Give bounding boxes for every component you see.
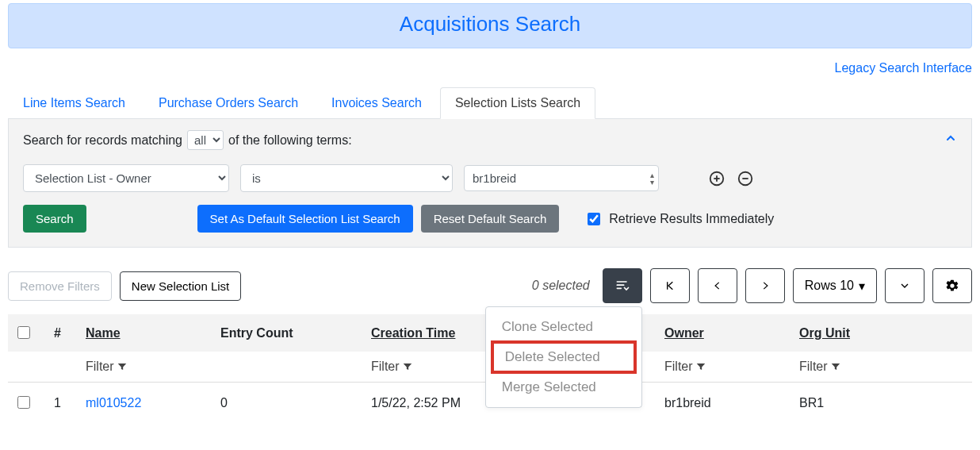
filter-label: Filter (799, 360, 828, 374)
select-all-checkbox[interactable] (17, 326, 30, 339)
search-operator-select[interactable]: is (240, 164, 453, 192)
selected-count: 0 selected (532, 279, 590, 293)
tab-selection-lists[interactable]: Selection Lists Search (440, 87, 595, 119)
filter-org-unit[interactable]: Filter (793, 360, 936, 374)
search-panel: Search for records matching all of the f… (8, 119, 972, 248)
filter-owner[interactable]: Filter (658, 360, 793, 374)
filter-label: Filter (664, 360, 693, 374)
col-name[interactable]: Name (79, 326, 214, 340)
filter-icon (695, 361, 706, 372)
remove-term-button[interactable] (737, 170, 754, 187)
next-page-button[interactable] (745, 268, 785, 303)
new-selection-list-button[interactable]: New Selection List (120, 271, 241, 301)
first-page-button[interactable] (650, 268, 690, 303)
grid-toolbar: Remove Filters New Selection List 0 sele… (8, 268, 972, 303)
col-org-unit[interactable]: Org Unit (793, 326, 936, 340)
row-checkbox[interactable] (17, 396, 30, 409)
tabs: Line Items Search Purchase Orders Search… (8, 87, 972, 119)
tab-invoices[interactable]: Invoices Search (316, 87, 437, 119)
add-term-button[interactable] (708, 170, 725, 187)
legacy-search-link[interactable]: Legacy Search Interface (835, 61, 972, 75)
page-title: Acquisitions Search (9, 12, 971, 37)
search-suffix: of the following terms: (228, 133, 352, 148)
row-org-unit: BR1 (793, 396, 936, 410)
filter-label: Filter (86, 360, 114, 374)
settings-button[interactable] (932, 268, 972, 303)
menu-clone-selected[interactable]: Clone Selected (486, 312, 641, 342)
filter-icon (402, 361, 413, 372)
col-owner[interactable]: Owner (658, 326, 793, 340)
retrieve-immediately-checkbox[interactable] (588, 213, 600, 225)
row-name-link[interactable]: ml010522 (86, 396, 141, 410)
search-prefix: Search for records matching (23, 133, 182, 148)
remove-filters-button[interactable]: Remove Filters (8, 271, 112, 301)
row-owner: br1breid (658, 396, 793, 410)
collapse-panel-icon[interactable] (944, 132, 957, 148)
search-button[interactable]: Search (23, 205, 86, 233)
menu-merge-selected[interactable]: Merge Selected (486, 372, 641, 402)
set-default-button[interactable]: Set As Default Selection List Search (197, 205, 413, 233)
menu-delete-selected[interactable]: Delete Selected (491, 340, 637, 374)
filter-icon (830, 361, 841, 372)
actions-menu-wrap: Clone Selected Delete Selected Merge Sel… (603, 268, 642, 303)
tab-purchase-orders[interactable]: Purchase Orders Search (144, 87, 313, 119)
row-entry-count: 0 (214, 396, 365, 410)
match-mode-select[interactable]: all (187, 130, 224, 150)
tab-line-items[interactable]: Line Items Search (8, 87, 140, 119)
filter-icon (117, 361, 128, 372)
caret-down-icon: ▾ (859, 279, 865, 294)
actions-menu-button[interactable] (603, 268, 642, 303)
page-header: Acquisitions Search (8, 3, 972, 48)
col-num: # (48, 326, 79, 340)
row-num: 1 (48, 396, 79, 410)
rows-per-page-button[interactable]: Rows 10 ▾ (793, 268, 877, 303)
rows-label: Rows 10 (805, 279, 854, 293)
filter-label: Filter (371, 360, 400, 374)
value-spinner[interactable]: ▴ ▾ (650, 165, 654, 191)
col-entry-count[interactable]: Entry Count (214, 326, 365, 340)
filter-name[interactable]: Filter (79, 360, 214, 374)
reset-default-button[interactable]: Reset Default Search (421, 205, 560, 233)
expand-button[interactable] (885, 268, 924, 303)
retrieve-immediately-label: Retrieve Results Immediately (609, 212, 774, 226)
search-field-select[interactable]: Selection List - Owner (23, 164, 229, 192)
spinner-down-icon[interactable]: ▾ (650, 179, 654, 186)
search-value-input[interactable] (464, 165, 659, 191)
prev-page-button[interactable] (698, 268, 737, 303)
actions-dropdown: Clone Selected Delete Selected Merge Sel… (485, 306, 642, 408)
